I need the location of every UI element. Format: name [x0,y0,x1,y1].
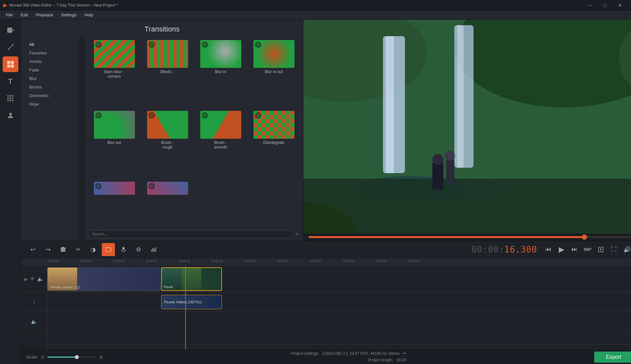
cat-artistic[interactable]: Artistic [23,57,77,66]
audio-track-1 [47,312,631,328]
transitions-body: All Favorites Artistic Fade Blur Blocks … [21,37,303,241]
menu-edit[interactable]: Edit [17,11,31,19]
transition-brush-rough[interactable]: ♡ Brush -rough [142,111,193,179]
scale-zoom-in-icon[interactable]: ⊞ [99,354,103,360]
cat-blur[interactable]: Blur [23,74,77,83]
favorite-button-4[interactable]: ♡ [255,41,261,48]
undo-button[interactable]: ↩ [26,243,39,256]
svg-point-3 [8,49,9,50]
content-area: Transitions All Favorites Artistic Fade … [21,20,631,364]
preview-pane [303,20,631,241]
ruler-mark-2: 00:00:10 [113,259,124,263]
tool-text[interactable]: T [3,73,18,89]
cat-favorites[interactable]: Favorites [23,49,77,57]
audio-track-ctrl-1: ♪ [21,292,47,312]
transition-barn-door-corners[interactable]: ♡ Barn door -corners [89,40,140,108]
favorite-button-3[interactable]: ♡ [202,41,208,48]
close-button[interactable]: ✕ [613,0,628,10]
volume-button[interactable]: 🔊 [621,244,631,255]
transition-partial-2[interactable]: ♡ [142,182,193,224]
favorite-button-8[interactable]: ♡ [255,112,261,119]
transition-partial-1[interactable]: ♡ [89,182,140,224]
subtitle-clip[interactable]: Pexels Videos 2307411 [161,295,222,309]
export-button[interactable]: Export [594,352,631,363]
play-button[interactable]: ▶ [555,244,567,255]
favorite-button-9[interactable]: ♡ [95,183,102,190]
mic-button[interactable] [117,243,130,256]
go-to-start-button[interactable]: ⏮ [542,244,554,255]
transition-blinds[interactable]: ♡ Blinds ↓ [142,40,193,108]
collapse-panel-button[interactable]: ‹ [78,37,85,241]
svg-point-31 [432,154,443,165]
fullscreen-button[interactable]: ⛶ [608,244,620,255]
cat-fade[interactable]: Fade [23,66,77,74]
settings-button[interactable]: ⚙ [132,243,145,256]
favorite-button-5[interactable]: ♡ [95,112,102,119]
preview-scene [303,20,631,233]
eye-icon[interactable]: 👁 [30,276,35,282]
ruler-mark-7: 00:00:35 [277,259,289,263]
cut-button[interactable]: ✂ [72,243,85,256]
svg-rect-44 [151,249,152,252]
svg-rect-47 [155,247,156,252]
progress-thumb[interactable] [582,234,587,240]
export-frame-button[interactable] [595,244,607,255]
favorite-button-2[interactable]: ♡ [148,41,155,48]
scale-fill [47,356,77,358]
tracks-body[interactable]: Pexels Videos 112 Pexel [47,266,631,350]
transition-brush-smooth[interactable]: ♡ Brush -smooth [195,111,246,179]
transition-label-6: Brush -rough [161,140,174,150]
color-button[interactable]: ◑ [87,243,100,256]
cat-wipe[interactable]: Wipe [23,100,77,108]
scale-thumb[interactable] [75,355,79,359]
cat-geometric[interactable]: Geometric [23,91,77,100]
favorite-button-10[interactable]: ♡ [148,183,155,190]
main-layout: T Transitions All Favorites Artistic F [0,20,631,364]
maximize-button[interactable]: □ [598,0,613,10]
transition-blur-out[interactable]: ♡ Blur out [89,111,140,179]
tool-video[interactable] [3,22,18,38]
scale-zoom-out-icon[interactable]: ⊟ [41,354,45,360]
cat-all[interactable]: All [23,40,77,49]
image-button[interactable] [102,243,115,256]
track-controls: ▶ 👁 🔈 ♪ 🔈 [21,266,47,350]
progress-bar[interactable] [309,236,631,238]
edit-settings-icon[interactable]: ✏ [403,351,406,356]
minimize-button[interactable]: ─ [582,0,598,10]
favorite-button-6[interactable]: ♡ [148,112,155,119]
cat-blocks[interactable]: Blocks [23,83,77,91]
transition-blur-in[interactable]: ♡ Blur in [195,40,246,108]
progress-bar-wrap[interactable] [303,233,631,241]
scale-track[interactable] [47,356,97,358]
menu-settings[interactable]: Settings [58,11,80,19]
search-clear-button[interactable]: ✕ [295,232,299,237]
menu-playback[interactable]: Playback [33,11,56,19]
favorite-button-7[interactable]: ♡ [202,112,208,119]
360-view-button[interactable]: 360° [582,244,594,255]
go-to-end-button[interactable]: ⏭ [569,244,580,255]
menu-help[interactable]: Help [81,11,97,19]
favorite-button-1[interactable]: ♡ [95,41,102,48]
audio-track-icon[interactable]: 🔈 [37,276,44,282]
delete-button[interactable] [56,243,70,256]
transition-disintegrate[interactable]: ♡ Disintegrate [249,111,299,179]
menu-file[interactable]: File [3,11,16,19]
svg-rect-0 [7,28,12,33]
clip-1[interactable]: Pexels Videos 112 [47,267,161,291]
svg-rect-26 [457,25,464,168]
transition-blur-in-out[interactable]: ♡ Blur in-out [249,40,299,108]
redo-button[interactable]: ↪ [41,243,54,256]
eq-button[interactable] [147,243,160,256]
video-track: Pexels Videos 112 Pexel [47,266,631,292]
tool-avatar[interactable] [3,108,18,123]
tool-magic[interactable] [3,39,18,55]
search-input[interactable] [89,230,293,238]
menubar: File Edit Playback Settings Help [0,10,631,20]
clip-2-selected[interactable]: Pexel [161,267,222,291]
left-toolbar: T [0,20,21,364]
clip-1-label: Pexels Videos 112 [50,285,80,289]
transition-label-4: Blur in-out [265,70,283,74]
playhead-audio [185,266,186,350]
tool-filter[interactable] [3,91,18,106]
tool-transitions[interactable] [3,56,18,72]
